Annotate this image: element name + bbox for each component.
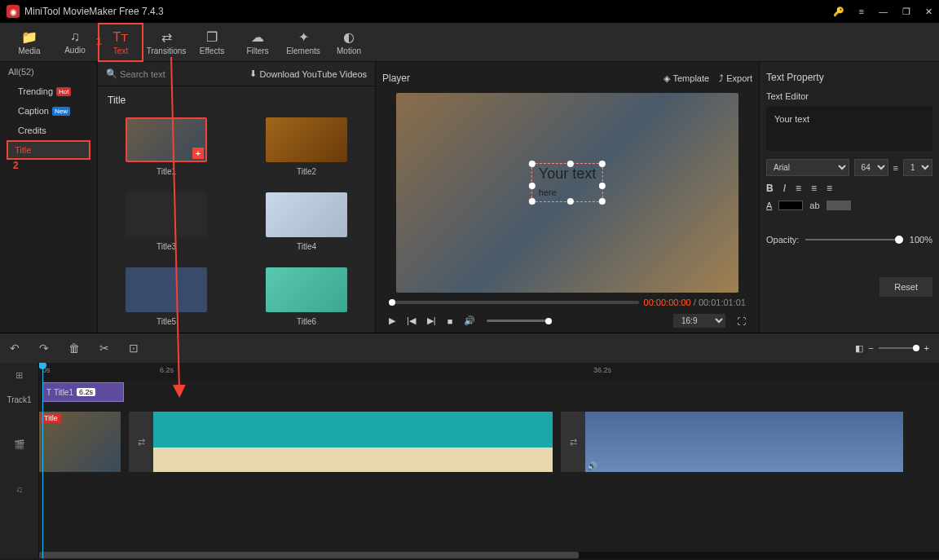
download-youtube-link[interactable]: ⬇ Download YouTube Videos	[249, 68, 367, 79]
line-spacing-icon: ≡	[893, 163, 898, 173]
template-button[interactable]: ◈ Template	[663, 73, 709, 84]
transitions-icon: ⇄	[161, 29, 172, 45]
player-panel: Player ◈ Template ⤴ Export Your text her…	[375, 62, 760, 333]
thumb-title3[interactable]: Title3	[112, 192, 220, 251]
search-input[interactable]: 🔍 Search text	[106, 68, 249, 79]
fit-icon[interactable]: ◧	[855, 343, 863, 354]
reset-button[interactable]: Reset	[879, 277, 932, 297]
add-icon[interactable]: +	[192, 148, 204, 159]
align-right-icon[interactable]: ≡	[827, 183, 832, 194]
props-header: Text Property	[766, 68, 932, 91]
text-editor-input[interactable]: Your text	[766, 106, 932, 151]
fullscreen-icon[interactable]: ⛶	[737, 316, 746, 326]
font-select[interactable]: Arial	[766, 159, 849, 176]
opacity-value: 100%	[910, 235, 932, 245]
zoom-out-icon[interactable]: −	[868, 343, 873, 353]
thumb-title2[interactable]: Title2	[253, 117, 360, 176]
app-logo-icon: ◉	[7, 5, 20, 18]
aspect-select[interactable]: 16:9	[673, 314, 725, 328]
italic-icon[interactable]: I	[783, 183, 786, 194]
timeline-area: ↶ ↷ 🗑 ✂ ⊡ ◧ − + ⊞ Track1 🎬 ♫ 0s 6.2s 36.…	[0, 333, 939, 558]
effects-icon: ❐	[206, 29, 218, 45]
search-icon: 🔍	[106, 68, 117, 79]
video-track-icon[interactable]: 🎬	[0, 412, 38, 477]
main-toolbar: 📁Media♫AudioTᴛText⇄Transitions❐Effects☁F…	[0, 23, 939, 62]
redo-icon[interactable]: ↷	[39, 342, 49, 355]
thumb-title6[interactable]: Title6	[253, 267, 360, 326]
toolbar-text[interactable]: TᴛText	[98, 23, 143, 62]
transition-slot-1[interactable]: ⇄	[129, 412, 153, 472]
toolbar-elements[interactable]: ✦Elements	[280, 23, 326, 62]
category-caption[interactable]: CaptionNew	[0, 101, 97, 121]
video-clip-3[interactable]: 🔊	[585, 412, 903, 472]
app-title: MiniTool MovieMaker Free 7.4.3	[24, 6, 833, 17]
toolbar-transitions[interactable]: ⇄Transitions	[143, 23, 189, 62]
category-all[interactable]: All(52)	[0, 62, 97, 82]
media-icon: 📁	[21, 29, 37, 45]
volume-slider[interactable]	[487, 320, 552, 322]
zoom-in-icon[interactable]: +	[924, 343, 929, 353]
thumb-title1[interactable]: +Title1	[112, 117, 220, 176]
crop-icon[interactable]: ⊡	[129, 342, 139, 355]
audio-track-icon[interactable]: ♫	[0, 477, 38, 501]
maximize-icon[interactable]: ❐	[902, 7, 910, 17]
stop-icon[interactable]: ■	[447, 316, 453, 326]
video-clip-2[interactable]	[153, 412, 553, 472]
annotation-1: 1	[96, 36, 102, 47]
text-color-icon[interactable]: A	[766, 201, 772, 210]
menu-icon[interactable]: ≡	[859, 7, 864, 16]
category-credits[interactable]: Credits	[0, 121, 97, 140]
add-track-icon[interactable]: ⊞	[0, 363, 38, 387]
player-preview[interactable]: Your text here	[396, 93, 738, 293]
next-frame-icon[interactable]: ▶|	[427, 315, 436, 326]
play-icon[interactable]: ▶	[389, 315, 395, 326]
timeline-tracks[interactable]: 0s 6.2s 36.2s T Title1 6.2s Title ⇄	[39, 363, 939, 558]
highlight-icon[interactable]: ab	[809, 201, 819, 210]
player-scrubber[interactable]	[389, 301, 639, 304]
key-icon[interactable]: 🔑	[833, 7, 844, 17]
prev-frame-icon[interactable]: |◀	[407, 315, 416, 326]
toolbar-media[interactable]: 📁Media	[7, 23, 52, 62]
thumb-title4[interactable]: Title4	[253, 192, 360, 251]
zoom-slider[interactable]	[879, 347, 919, 349]
titlebar: ◉ MiniTool MovieMaker Free 7.4.3 🔑 ≡ — ❐…	[0, 0, 939, 23]
undo-icon[interactable]: ↶	[10, 342, 20, 355]
thumb-title5[interactable]: Title5	[112, 267, 220, 326]
category-title[interactable]: Title	[7, 140, 90, 160]
toolbar-motion[interactable]: ◐Motion	[326, 23, 372, 62]
category-trending[interactable]: TrendingHot	[0, 82, 97, 101]
title-clip[interactable]: T Title1 6.2s	[42, 382, 124, 402]
text-overlay[interactable]: Your text here	[531, 163, 603, 202]
annotation-2: 2	[13, 160, 19, 171]
toolbar-effects[interactable]: ❐Effects	[189, 23, 235, 62]
font-size-select[interactable]: 64	[854, 159, 888, 176]
toolbar-audio[interactable]: ♫Audio	[52, 23, 98, 62]
timeline-scrollbar[interactable]	[39, 552, 939, 558]
bold-icon[interactable]: B	[766, 183, 774, 194]
opacity-label: Opacity:	[766, 235, 799, 245]
text-color-swatch[interactable]	[778, 201, 803, 210]
delete-icon[interactable]: 🗑	[68, 342, 80, 355]
close-icon[interactable]: ✕	[925, 7, 932, 17]
highlight-swatch[interactable]	[827, 201, 851, 210]
time-current: 00:00:00:00	[644, 298, 691, 307]
line-spacing-select[interactable]: 1	[903, 159, 932, 176]
timeline-ruler[interactable]: 0s 6.2s 36.2s	[39, 363, 939, 381]
toolbar-filters[interactable]: ☁Filters	[235, 23, 280, 62]
playhead[interactable]	[42, 363, 43, 558]
section-title: Title	[98, 86, 375, 111]
transition-slot-2[interactable]: ⇄	[561, 412, 585, 472]
video-clip-1[interactable]: Title	[39, 412, 121, 472]
text-clip-icon: T	[46, 388, 51, 397]
volume-icon[interactable]: 🔊	[464, 315, 475, 326]
minimize-icon[interactable]: —	[879, 7, 888, 16]
download-icon: ⬇	[249, 68, 257, 79]
audio-icon: ♫	[70, 29, 80, 44]
split-icon[interactable]: ✂	[99, 342, 109, 355]
align-left-icon[interactable]: ≡	[796, 183, 801, 194]
opacity-slider[interactable]	[805, 239, 903, 240]
template-icon: ◈	[663, 73, 670, 84]
export-button[interactable]: ⤴ Export	[719, 73, 752, 83]
align-center-icon[interactable]: ≡	[811, 183, 817, 194]
text-editor-label: Text Editor	[766, 91, 932, 101]
